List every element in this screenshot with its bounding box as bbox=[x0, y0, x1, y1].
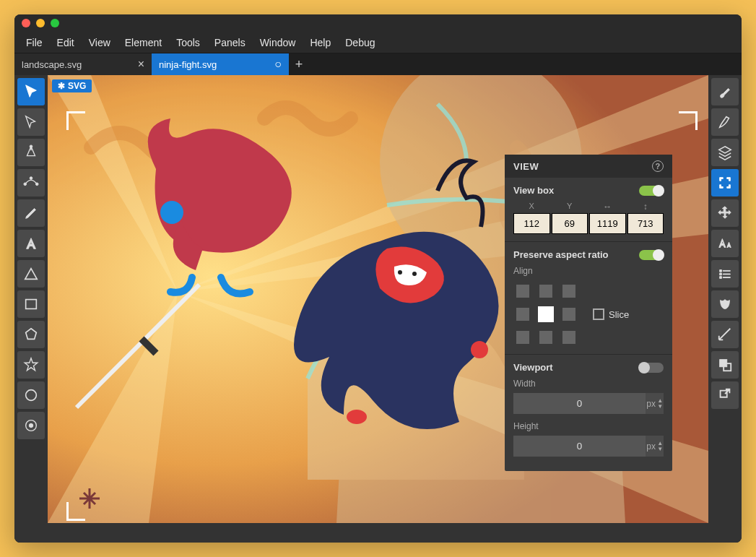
menu-help[interactable]: Help bbox=[304, 34, 336, 51]
view-panel-button[interactable] bbox=[711, 169, 739, 197]
app-window: File Edit View Element Tools Panels Wind… bbox=[14, 14, 742, 543]
menu-element[interactable]: Element bbox=[119, 34, 168, 51]
align-bottom-left[interactable] bbox=[516, 331, 529, 344]
align-top-right[interactable] bbox=[562, 285, 575, 298]
height-unit[interactable]: px bbox=[646, 436, 656, 457]
menubar: File Edit View Element Tools Panels Wind… bbox=[14, 32, 742, 53]
preserve-aspect-section: Preserve aspect ratio Align bbox=[505, 242, 672, 355]
horizontal-arrows-icon: ↔ bbox=[589, 202, 626, 212]
align-bottom-center[interactable] bbox=[539, 331, 552, 344]
viewport-corner-bottom-left bbox=[66, 502, 85, 521]
canvas[interactable]: ✱ SVG VIEW ? View box X Y bbox=[48, 75, 708, 543]
help-icon[interactable]: ? bbox=[652, 160, 664, 172]
pen-panel-button[interactable] bbox=[711, 108, 739, 136]
window-zoom-button[interactable] bbox=[51, 19, 59, 27]
align-mid-right[interactable] bbox=[562, 308, 575, 321]
close-icon[interactable]: × bbox=[138, 58, 144, 71]
list-panel-button[interactable] bbox=[711, 260, 739, 288]
menu-panels[interactable]: Panels bbox=[209, 34, 251, 51]
preserve-toggle[interactable] bbox=[639, 250, 664, 260]
move-panel-button[interactable] bbox=[711, 199, 739, 227]
viewbox-width-input[interactable] bbox=[589, 213, 626, 234]
viewport-height-input[interactable] bbox=[513, 436, 646, 457]
brush-panel-button[interactable] bbox=[711, 78, 739, 105]
svg-point-20 bbox=[471, 341, 488, 358]
window-close-button[interactable] bbox=[22, 19, 30, 27]
rectangle-tool[interactable] bbox=[17, 290, 45, 318]
menu-view[interactable]: View bbox=[83, 34, 116, 51]
direct-select-tool[interactable] bbox=[17, 108, 45, 136]
svg-point-21 bbox=[347, 410, 367, 424]
slice-checkbox[interactable]: Slice bbox=[593, 308, 629, 320]
svg-point-18 bbox=[398, 270, 402, 275]
panel-header[interactable]: VIEW ? bbox=[505, 155, 672, 178]
menu-file[interactable]: File bbox=[20, 34, 48, 51]
mask-panel-button[interactable] bbox=[711, 290, 739, 318]
viewport-label: Viewport bbox=[513, 362, 553, 373]
viewbox-height-input[interactable] bbox=[627, 213, 664, 234]
path-tool[interactable] bbox=[17, 139, 45, 166]
curve-tool[interactable] bbox=[17, 169, 45, 197]
menu-window[interactable]: Window bbox=[254, 34, 302, 51]
svg-point-15 bbox=[160, 201, 183, 224]
measure-panel-button[interactable] bbox=[711, 321, 739, 348]
pencil-tool[interactable] bbox=[17, 199, 45, 227]
tab-label: ninja-fight.svg bbox=[159, 59, 217, 70]
pointer-tool[interactable] bbox=[17, 78, 45, 105]
tab-label: landscape.svg bbox=[22, 59, 82, 70]
viewbox-toggle[interactable] bbox=[639, 186, 664, 196]
vb-header-y: Y bbox=[552, 202, 588, 212]
menu-tools[interactable]: Tools bbox=[170, 34, 206, 51]
viewbox-x-input[interactable] bbox=[513, 213, 550, 234]
file-tab-ninja-fight[interactable]: ninja-fight.svg ○ bbox=[152, 53, 289, 75]
viewport-toggle[interactable] bbox=[639, 363, 664, 373]
workspace: ✱ SVG VIEW ? View box X Y bbox=[14, 75, 742, 543]
width-stepper[interactable]: ▲ ▼ bbox=[656, 393, 664, 414]
width-label: Width bbox=[513, 379, 664, 389]
vertical-arrows-icon: ↕ bbox=[627, 202, 664, 212]
align-mid-left[interactable] bbox=[516, 308, 529, 321]
window-minimize-button[interactable] bbox=[36, 19, 45, 27]
svg-point-3 bbox=[30, 177, 32, 180]
overlap-panel-button[interactable] bbox=[711, 351, 739, 379]
align-label: Align bbox=[513, 266, 664, 276]
polygon-tool[interactable] bbox=[17, 321, 45, 348]
viewport-section: Viewport Width px ▲ ▼ Height bbox=[505, 355, 672, 471]
circle-tool[interactable] bbox=[17, 381, 45, 409]
align-top-left[interactable] bbox=[516, 285, 529, 298]
view-panel: VIEW ? View box X Y ↔ ↕ bbox=[505, 155, 672, 471]
align-bottom-right[interactable] bbox=[562, 331, 575, 344]
svg-point-19 bbox=[412, 272, 417, 276]
left-toolbar bbox=[14, 75, 48, 543]
layers-panel-button[interactable] bbox=[711, 139, 739, 166]
menu-edit[interactable]: Edit bbox=[51, 34, 80, 51]
svg-point-7 bbox=[29, 423, 33, 428]
vb-header-x: X bbox=[513, 202, 550, 212]
new-tab-button[interactable]: + bbox=[289, 53, 309, 75]
viewbox-y-input[interactable] bbox=[552, 213, 588, 234]
file-tab-landscape[interactable]: landscape.svg × bbox=[14, 53, 152, 75]
close-icon[interactable]: ○ bbox=[274, 58, 282, 71]
badge-label: SVG bbox=[68, 81, 86, 91]
height-stepper[interactable]: ▲ ▼ bbox=[656, 436, 664, 457]
star-tool[interactable] bbox=[17, 351, 45, 379]
svg-point-2 bbox=[35, 183, 38, 186]
align-center[interactable] bbox=[538, 306, 554, 322]
align-top-center[interactable] bbox=[539, 285, 552, 298]
viewbox-label: View box bbox=[513, 185, 554, 196]
viewport-width-input[interactable] bbox=[513, 393, 646, 414]
svg-root-badge[interactable]: ✱ SVG bbox=[52, 79, 92, 92]
viewbox-section: View box X Y ↔ ↕ bbox=[505, 178, 672, 242]
triangle-tool[interactable] bbox=[17, 260, 45, 288]
export-panel-button[interactable] bbox=[711, 381, 739, 409]
right-toolbar bbox=[708, 75, 742, 543]
slice-label: Slice bbox=[609, 309, 629, 320]
typography-panel-button[interactable] bbox=[711, 230, 739, 257]
svg-point-5 bbox=[26, 390, 37, 401]
menu-debug[interactable]: Debug bbox=[339, 34, 381, 51]
target-tool[interactable] bbox=[17, 412, 45, 439]
width-unit[interactable]: px bbox=[646, 393, 656, 414]
viewport-corner-top-right bbox=[679, 111, 698, 130]
height-label: Height bbox=[513, 421, 664, 431]
text-tool[interactable] bbox=[17, 230, 45, 257]
